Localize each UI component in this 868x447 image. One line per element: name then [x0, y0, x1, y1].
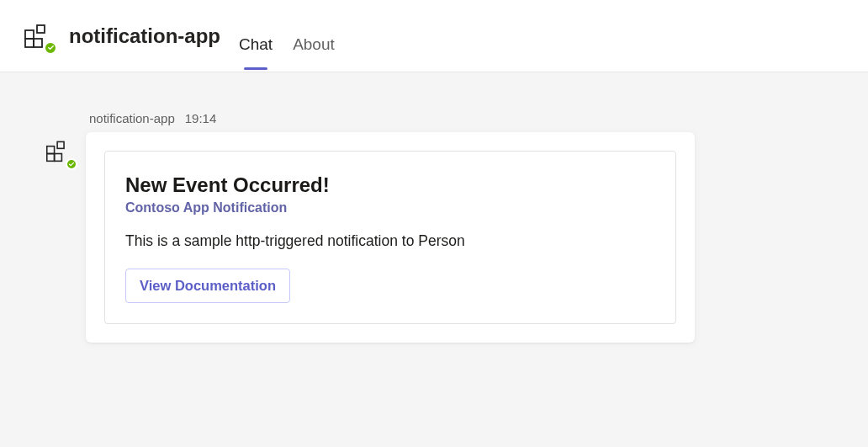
svg-rect-5: [55, 154, 62, 162]
app-icon: [24, 21, 54, 51]
svg-rect-6: [47, 154, 55, 162]
svg-rect-3: [37, 25, 45, 33]
sender-avatar: [45, 138, 74, 167]
tab-about[interactable]: About: [293, 35, 335, 72]
card-subtitle: Contoso App Notification: [125, 200, 655, 216]
svg-rect-7: [57, 141, 64, 148]
message-row: notification-app 19:14 New Event Occurre…: [45, 111, 868, 343]
svg-rect-4: [47, 146, 55, 154]
message-column: notification-app 19:14 New Event Occurre…: [86, 111, 695, 343]
message-meta: notification-app 19:14: [89, 111, 695, 125]
chat-content: notification-app 19:14 New Event Occurre…: [0, 72, 868, 343]
svg-rect-0: [25, 30, 34, 39]
tab-list: Chat About: [239, 35, 335, 72]
tab-chat[interactable]: Chat: [239, 35, 273, 72]
svg-rect-2: [25, 39, 34, 47]
adaptive-card-container: New Event Occurred! Contoso App Notifica…: [86, 132, 695, 343]
app-title: notification-app: [69, 24, 220, 48]
app-header: notification-app Chat About: [0, 0, 868, 72]
message-timestamp: 19:14: [185, 111, 217, 125]
svg-rect-1: [34, 39, 42, 47]
presence-available-icon: [44, 41, 57, 55]
adaptive-card: New Event Occurred! Contoso App Notifica…: [104, 151, 676, 324]
view-documentation-button[interactable]: View Documentation: [125, 269, 290, 303]
presence-available-icon: [66, 158, 77, 170]
sender-name: notification-app: [89, 111, 175, 125]
card-title: New Event Occurred!: [125, 173, 655, 197]
card-body-text: This is a sample http-triggered notifica…: [125, 232, 655, 250]
